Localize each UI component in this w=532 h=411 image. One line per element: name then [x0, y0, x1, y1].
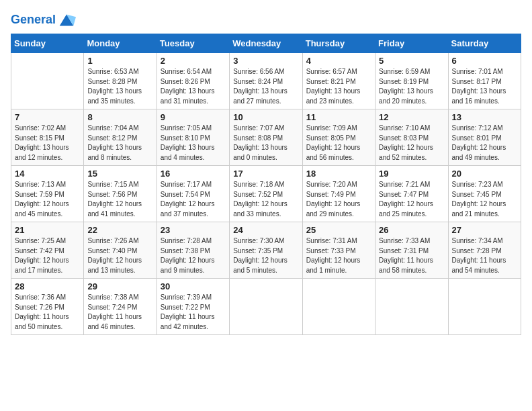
- calendar-week-row: 14Sunrise: 7:13 AM Sunset: 7:59 PM Dayli…: [11, 166, 521, 222]
- calendar-cell: [375, 279, 448, 335]
- day-number: 29: [87, 281, 152, 291]
- calendar-cell: 6Sunrise: 7:01 AM Sunset: 8:17 PM Daylig…: [448, 53, 521, 109]
- day-info: Sunrise: 6:54 AM Sunset: 8:26 PM Dayligh…: [161, 67, 226, 106]
- calendar-cell: 21Sunrise: 7:25 AM Sunset: 7:42 PM Dayli…: [11, 222, 84, 279]
- day-info: Sunrise: 7:36 AM Sunset: 7:26 PM Dayligh…: [15, 293, 80, 332]
- day-info: Sunrise: 7:30 AM Sunset: 7:35 PM Dayligh…: [233, 236, 298, 275]
- calendar-cell: 23Sunrise: 7:28 AM Sunset: 7:38 PM Dayli…: [157, 222, 229, 279]
- calendar-cell: [11, 53, 84, 109]
- day-number: 21: [15, 225, 80, 235]
- day-number: 30: [161, 281, 226, 291]
- day-number: 25: [306, 225, 371, 235]
- day-number: 11: [306, 112, 371, 122]
- day-info: Sunrise: 7:13 AM Sunset: 7:59 PM Dayligh…: [15, 180, 80, 219]
- calendar-cell: 24Sunrise: 7:30 AM Sunset: 7:35 PM Dayli…: [230, 222, 302, 279]
- day-info: Sunrise: 7:07 AM Sunset: 8:08 PM Dayligh…: [233, 124, 298, 163]
- day-number: 18: [306, 169, 371, 179]
- calendar-header-day: Wednesday: [230, 34, 302, 53]
- day-number: 9: [161, 112, 226, 122]
- calendar-cell: 4Sunrise: 6:57 AM Sunset: 8:21 PM Daylig…: [302, 53, 375, 109]
- calendar-cell: 20Sunrise: 7:23 AM Sunset: 7:45 PM Dayli…: [448, 166, 521, 222]
- day-info: Sunrise: 7:05 AM Sunset: 8:10 PM Dayligh…: [161, 124, 226, 163]
- day-info: Sunrise: 7:18 AM Sunset: 7:52 PM Dayligh…: [233, 180, 298, 219]
- day-number: 15: [87, 169, 152, 179]
- calendar-cell: 13Sunrise: 7:12 AM Sunset: 8:01 PM Dayli…: [448, 109, 521, 166]
- calendar-cell: 11Sunrise: 7:09 AM Sunset: 8:05 PM Dayli…: [302, 109, 375, 166]
- day-info: Sunrise: 7:20 AM Sunset: 7:49 PM Dayligh…: [306, 180, 371, 219]
- calendar-cell: 30Sunrise: 7:39 AM Sunset: 7:22 PM Dayli…: [157, 279, 229, 335]
- calendar-cell: [302, 279, 375, 335]
- calendar-cell: 19Sunrise: 7:21 AM Sunset: 7:47 PM Dayli…: [375, 166, 448, 222]
- calendar-table: SundayMondayTuesdayWednesdayThursdayFrid…: [11, 34, 521, 335]
- calendar-cell: 9Sunrise: 7:05 AM Sunset: 8:10 PM Daylig…: [157, 109, 229, 166]
- day-number: 6: [452, 56, 517, 66]
- day-info: Sunrise: 7:23 AM Sunset: 7:45 PM Dayligh…: [452, 180, 517, 219]
- day-number: 27: [452, 225, 517, 235]
- calendar-header-row: SundayMondayTuesdayWednesdayThursdayFrid…: [11, 34, 521, 53]
- calendar-header-day: Saturday: [448, 34, 521, 53]
- day-number: 20: [452, 169, 517, 179]
- day-number: 17: [233, 169, 298, 179]
- calendar-cell: [448, 279, 521, 335]
- day-info: Sunrise: 7:38 AM Sunset: 7:24 PM Dayligh…: [87, 293, 152, 332]
- day-number: 8: [87, 112, 152, 122]
- day-number: 24: [233, 225, 298, 235]
- calendar-cell: [230, 279, 302, 335]
- day-info: Sunrise: 7:31 AM Sunset: 7:33 PM Dayligh…: [306, 236, 371, 275]
- calendar-header-day: Monday: [84, 34, 157, 53]
- day-number: 7: [15, 112, 80, 122]
- day-number: 1: [87, 56, 152, 66]
- day-info: Sunrise: 6:57 AM Sunset: 8:21 PM Dayligh…: [306, 67, 371, 106]
- calendar-cell: 12Sunrise: 7:10 AM Sunset: 8:03 PM Dayli…: [375, 109, 448, 166]
- day-number: 2: [161, 56, 226, 66]
- day-info: Sunrise: 7:28 AM Sunset: 7:38 PM Dayligh…: [161, 236, 226, 275]
- day-info: Sunrise: 7:39 AM Sunset: 7:22 PM Dayligh…: [161, 293, 226, 332]
- day-number: 12: [379, 112, 444, 122]
- calendar-cell: 2Sunrise: 6:54 AM Sunset: 8:26 PM Daylig…: [157, 53, 229, 109]
- day-info: Sunrise: 7:21 AM Sunset: 7:47 PM Dayligh…: [379, 180, 444, 219]
- calendar-week-row: 21Sunrise: 7:25 AM Sunset: 7:42 PM Dayli…: [11, 222, 521, 279]
- day-number: 19: [379, 169, 444, 179]
- calendar-cell: 28Sunrise: 7:36 AM Sunset: 7:26 PM Dayli…: [11, 279, 84, 335]
- calendar-header-day: Thursday: [302, 34, 375, 53]
- logo-icon: [57, 11, 76, 30]
- day-info: Sunrise: 6:56 AM Sunset: 8:24 PM Dayligh…: [233, 67, 298, 106]
- day-info: Sunrise: 7:04 AM Sunset: 8:12 PM Dayligh…: [87, 124, 152, 163]
- day-number: 28: [15, 281, 80, 291]
- calendar-cell: 3Sunrise: 6:56 AM Sunset: 8:24 PM Daylig…: [230, 53, 302, 109]
- calendar-week-row: 7Sunrise: 7:02 AM Sunset: 8:15 PM Daylig…: [11, 109, 521, 166]
- day-info: Sunrise: 7:25 AM Sunset: 7:42 PM Dayligh…: [15, 236, 80, 275]
- calendar-cell: 1Sunrise: 6:53 AM Sunset: 8:28 PM Daylig…: [84, 53, 157, 109]
- calendar-cell: 27Sunrise: 7:34 AM Sunset: 7:28 PM Dayli…: [448, 222, 521, 279]
- day-info: Sunrise: 7:01 AM Sunset: 8:17 PM Dayligh…: [452, 67, 517, 106]
- calendar-cell: 5Sunrise: 6:59 AM Sunset: 8:19 PM Daylig…: [375, 53, 448, 109]
- calendar-cell: 10Sunrise: 7:07 AM Sunset: 8:08 PM Dayli…: [230, 109, 302, 166]
- calendar-cell: 29Sunrise: 7:38 AM Sunset: 7:24 PM Dayli…: [84, 279, 157, 335]
- calendar-cell: 26Sunrise: 7:33 AM Sunset: 7:31 PM Dayli…: [375, 222, 448, 279]
- logo-text: General: [11, 13, 56, 27]
- day-info: Sunrise: 7:33 AM Sunset: 7:31 PM Dayligh…: [379, 236, 444, 275]
- day-number: 16: [161, 169, 226, 179]
- day-info: Sunrise: 7:17 AM Sunset: 7:54 PM Dayligh…: [161, 180, 226, 219]
- calendar-cell: 14Sunrise: 7:13 AM Sunset: 7:59 PM Dayli…: [11, 166, 84, 222]
- day-number: 23: [161, 225, 226, 235]
- day-info: Sunrise: 7:12 AM Sunset: 8:01 PM Dayligh…: [452, 124, 517, 163]
- calendar-week-row: 28Sunrise: 7:36 AM Sunset: 7:26 PM Dayli…: [11, 279, 521, 335]
- calendar-header-day: Tuesday: [157, 34, 229, 53]
- calendar-header-day: Sunday: [11, 34, 84, 53]
- calendar-cell: 17Sunrise: 7:18 AM Sunset: 7:52 PM Dayli…: [230, 166, 302, 222]
- day-number: 3: [233, 56, 298, 66]
- calendar-cell: 7Sunrise: 7:02 AM Sunset: 8:15 PM Daylig…: [11, 109, 84, 166]
- day-number: 13: [452, 112, 517, 122]
- day-info: Sunrise: 7:15 AM Sunset: 7:56 PM Dayligh…: [87, 180, 152, 219]
- day-info: Sunrise: 7:09 AM Sunset: 8:05 PM Dayligh…: [306, 124, 371, 163]
- calendar-cell: 16Sunrise: 7:17 AM Sunset: 7:54 PM Dayli…: [157, 166, 229, 222]
- calendar-cell: 22Sunrise: 7:26 AM Sunset: 7:40 PM Dayli…: [84, 222, 157, 279]
- day-info: Sunrise: 7:26 AM Sunset: 7:40 PM Dayligh…: [87, 236, 152, 275]
- calendar-cell: 25Sunrise: 7:31 AM Sunset: 7:33 PM Dayli…: [302, 222, 375, 279]
- day-number: 14: [15, 169, 80, 179]
- calendar-body: 1Sunrise: 6:53 AM Sunset: 8:28 PM Daylig…: [11, 53, 521, 335]
- calendar-cell: 18Sunrise: 7:20 AM Sunset: 7:49 PM Dayli…: [302, 166, 375, 222]
- calendar-cell: 15Sunrise: 7:15 AM Sunset: 7:56 PM Dayli…: [84, 166, 157, 222]
- day-number: 4: [306, 56, 371, 66]
